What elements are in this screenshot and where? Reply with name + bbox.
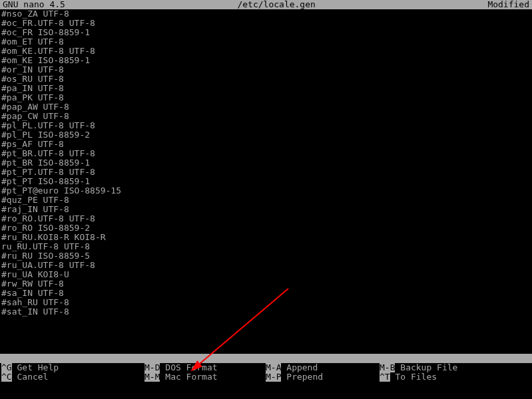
shortcut-key: M-B xyxy=(380,363,395,372)
file-line: #pt_PT@euro ISO-8859-15 xyxy=(1,186,531,196)
shortcut-row-1: ^G Get Help M-D DOS Format M-A Append M-… xyxy=(1,363,531,372)
file-line: #nso_ZA UTF-8 xyxy=(1,9,531,19)
file-name-prompt: File Name to Write: /etc/locale.gen xyxy=(0,354,532,363)
shortcut-prepend[interactable]: M-P Prepend xyxy=(266,372,380,382)
title-bar: GNU nano 4.5 /etc/locale.gen Modified xyxy=(0,0,532,9)
file-line: #pap_AW UTF-8 xyxy=(1,102,531,112)
shortcut-cancel[interactable]: ^C Cancel xyxy=(1,372,144,382)
file-line: #ro_RO.UTF-8 UTF-8 xyxy=(1,214,531,223)
shortcut-desc: Append xyxy=(281,363,318,372)
file-line: #ru_RU.KOI8-R KOI8-R xyxy=(1,233,531,242)
shortcut-mac-format[interactable]: M-M Mac Format xyxy=(144,372,266,382)
file-line: #ps_AF UTF-8 xyxy=(1,140,531,149)
file-line: #sa_IN UTF-8 xyxy=(1,289,531,298)
file-line: #pt_PT.UTF-8 UTF-8 xyxy=(1,168,531,177)
file-line: #oc_FR.UTF-8 UTF-8 xyxy=(1,19,531,28)
shortcut-append[interactable]: M-A Append xyxy=(266,363,380,372)
file-line: #pa_IN UTF-8 xyxy=(1,84,531,93)
file-line: #om_KE.UTF-8 UTF-8 xyxy=(1,47,531,56)
editor-content[interactable]: #nso_ZA UTF-8#oc_FR.UTF-8 UTF-8#oc_FR IS… xyxy=(0,9,532,317)
file-line: #pt_BR ISO-8859-1 xyxy=(1,158,531,168)
file-line: #oc_FR ISO-8859-1 xyxy=(1,28,531,37)
shortcut-to-files[interactable]: ^T To Files xyxy=(380,372,437,382)
shortcut-key: M-D xyxy=(144,363,160,372)
shortcut-desc: Backup File xyxy=(395,363,457,372)
shortcut-key: M-P xyxy=(266,372,281,382)
shortcut-key: M-M xyxy=(144,372,160,382)
file-line: #ru_UA KOI8-U xyxy=(1,270,531,279)
file-line: #quz_PE UTF-8 xyxy=(1,196,531,205)
shortcut-desc: Mac Format xyxy=(160,372,217,382)
file-line: ru_RU.UTF-8 UTF-8 xyxy=(1,242,531,251)
file-line: #os_RU UTF-8 xyxy=(1,74,531,84)
shortcut-desc: DOS Format xyxy=(160,363,217,372)
file-line: #ru_RU ISO-8859-5 xyxy=(1,251,531,261)
file-line: #pl_PL.UTF-8 UTF-8 xyxy=(1,121,531,130)
file-line: #or_IN UTF-8 xyxy=(1,65,531,74)
shortcut-key: ^C xyxy=(1,372,12,382)
shortcut-desc: To Files xyxy=(390,372,437,382)
shortcut-bar: ^G Get Help M-D DOS Format M-A Append M-… xyxy=(0,363,532,382)
file-line: #sah_RU UTF-8 xyxy=(1,298,531,307)
shortcut-key: ^G xyxy=(1,363,12,372)
file-line: #rw_RW UTF-8 xyxy=(1,279,531,289)
shortcut-desc: Prepend xyxy=(281,372,323,382)
file-line: #pt_BR.UTF-8 UTF-8 xyxy=(1,149,531,158)
file-line: #sat_IN UTF-8 xyxy=(1,307,531,317)
app-name: GNU nano 4.5 xyxy=(3,0,65,9)
file-line: #om_KE ISO-8859-1 xyxy=(1,56,531,65)
shortcut-key: M-A xyxy=(266,363,281,372)
file-path: /etc/locale.gen xyxy=(65,0,487,9)
file-line: #pl_PL ISO-8859-2 xyxy=(1,130,531,140)
shortcut-key: ^T xyxy=(380,372,390,382)
file-line: #pa_PK UTF-8 xyxy=(1,93,531,102)
file-line: #om_ET UTF-8 xyxy=(1,37,531,47)
shortcut-desc: Cancel xyxy=(12,372,49,382)
file-line: #raj_IN UTF-8 xyxy=(1,205,531,214)
shortcut-dos-format[interactable]: M-D DOS Format xyxy=(144,363,266,372)
shortcut-desc: Get Help xyxy=(12,363,59,372)
file-line: #pt_PT ISO-8859-1 xyxy=(1,177,531,186)
file-line: #ro_RO ISO-8859-2 xyxy=(1,223,531,233)
file-line: #ru_UA.UTF-8 UTF-8 xyxy=(1,261,531,270)
shortcut-row-2: ^C Cancel M-M Mac Format M-P Prepend ^T … xyxy=(1,372,531,382)
shortcut-backup-file[interactable]: M-B Backup File xyxy=(380,363,457,372)
file-line: #pap_CW UTF-8 xyxy=(1,112,531,121)
modified-indicator: Modified xyxy=(487,0,529,9)
shortcut-get-help[interactable]: ^G Get Help xyxy=(1,363,144,372)
